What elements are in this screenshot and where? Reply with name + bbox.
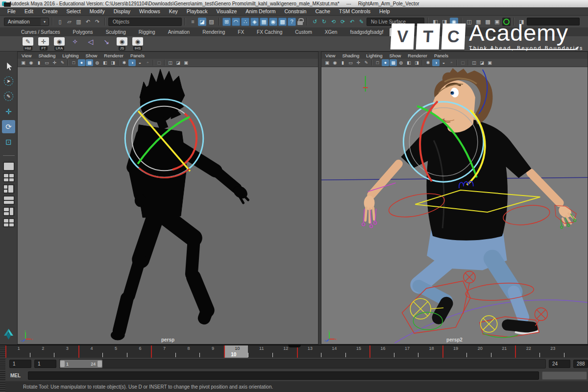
timeline-frame[interactable]: 14 14	[321, 345, 345, 358]
panel-menu-item[interactable]: Shading	[38, 53, 55, 58]
timeline-frame[interactable]: 2 2	[30, 345, 54, 358]
isolate-select-icon[interactable]: ▢	[155, 59, 163, 66]
menu-item[interactable]: Windows	[135, 8, 165, 14]
shelf-ihs-button[interactable]: ◉ IHS	[131, 37, 144, 50]
timeline-frame[interactable]: 7 7	[151, 345, 175, 358]
motion-blur-icon[interactable]: ◓	[448, 59, 455, 66]
panel-menu-item[interactable]: Lighting	[62, 53, 78, 58]
bookmark-icon[interactable]: ▮	[339, 59, 346, 66]
move-tool-button[interactable]: ✛	[2, 105, 15, 118]
range-slider-grip[interactable]	[0, 358, 5, 370]
pane-splitter-handle[interactable]	[288, 344, 301, 347]
xray-icon[interactable]: ◨	[413, 59, 420, 66]
shelf-tab[interactable]: Sculpting	[99, 28, 132, 36]
snap-curve-icon[interactable]: ◠	[232, 18, 240, 26]
scene-axis-control[interactable]	[363, 76, 368, 92]
menu-item[interactable]: Visualize	[212, 8, 241, 14]
camera-attributes-icon[interactable]: ◉	[331, 59, 339, 66]
menu-item[interactable]: Display	[109, 8, 135, 14]
shelf-tab[interactable]: Polygons	[66, 28, 99, 36]
image-plane-icon[interactable]: ▭	[347, 59, 354, 66]
range-slider-track[interactable]: 1 24	[59, 359, 546, 368]
camera-attributes-icon[interactable]: ◉	[27, 59, 35, 66]
timeline-frame[interactable]: 16 16	[369, 345, 394, 358]
use-all-lights-icon[interactable]: ✱	[424, 59, 432, 66]
layout-outliner-persp-button[interactable]	[3, 207, 15, 216]
shelf-ik-handle-button[interactable]: ◁	[84, 37, 97, 46]
menu-set-selector[interactable]: Animation ▾	[4, 18, 49, 26]
character-model[interactable]	[364, 68, 575, 334]
shelf-tab[interactable]: FX Caching	[250, 28, 289, 36]
selection-mask-field[interactable]: Objects	[108, 18, 182, 26]
undo-icon[interactable]: ↶	[84, 18, 92, 26]
make-live-icon[interactable]: ◉	[269, 18, 277, 26]
animation-end-field[interactable]: 288	[573, 360, 588, 368]
timeline-frame[interactable]: 1 1	[5, 345, 30, 358]
shelf-tab[interactable]: Curves / Surfaces	[15, 28, 66, 36]
time-slider[interactable]: 1 1 2 2 3 3 4 4 5	[0, 344, 588, 358]
textured-icon[interactable]: ▩	[390, 59, 397, 66]
menu-item[interactable]: TSM Controls	[335, 8, 375, 14]
range-start-handle[interactable]	[60, 361, 65, 367]
timeline-frame[interactable]: 17 17	[394, 345, 418, 358]
input-connections-icon[interactable]: ↺	[311, 18, 319, 26]
viewport-canvas[interactable]	[321, 67, 588, 344]
motion-blur-icon[interactable]: ◓	[144, 59, 151, 66]
menu-item[interactable]: Anim Deform	[241, 8, 280, 14]
playback-start-field[interactable]: 1	[34, 360, 56, 368]
pane-layout-single-icon[interactable]: ◫	[470, 59, 478, 66]
wireframe-icon[interactable]: □	[70, 59, 77, 66]
timeline-frame[interactable]: 20 20	[466, 345, 491, 358]
shelf-joint-tool-button[interactable]: ✧	[69, 37, 81, 46]
timeline-frame[interactable]: 22 22	[515, 345, 539, 358]
select-camera-icon[interactable]: ▣	[323, 59, 331, 66]
select-object-icon[interactable]: ◪	[198, 18, 206, 26]
smooth-shade-icon[interactable]: ●	[382, 59, 389, 66]
save-scene-icon[interactable]: ▥	[74, 18, 83, 26]
shelf-tab[interactable]: fsadgsdgfsadgf	[343, 28, 390, 36]
shelf-ft-button[interactable]: ✛ FT	[37, 37, 50, 50]
pane-layout-single-icon[interactable]: ◫	[167, 59, 174, 66]
select-camera-icon[interactable]: ▣	[20, 59, 27, 66]
command-line-grip[interactable]	[0, 370, 5, 381]
bookmark-icon[interactable]: ▮	[35, 59, 43, 66]
shelf-insert-joint-button[interactable]: ↘	[100, 37, 113, 46]
menu-item[interactable]: Help	[375, 8, 394, 14]
help-line-grip[interactable]	[0, 381, 5, 392]
list-input-operations-icon[interactable]: ↶	[348, 18, 356, 26]
select-hierarchy-icon[interactable]: ≡	[189, 18, 197, 26]
toolbar-separator[interactable]	[371, 60, 372, 66]
shelf-hist-button[interactable]: ✎ Hist	[22, 37, 34, 50]
grease-pencil-icon[interactable]: ✎	[59, 59, 66, 66]
time-slider-grip[interactable]	[0, 345, 5, 358]
default-material-icon[interactable]: ◧	[101, 59, 109, 66]
ambient-occlusion-icon[interactable]: ◒	[136, 59, 144, 66]
scale-tool-button[interactable]: ⊡	[2, 135, 15, 148]
heel-control-right[interactable]	[483, 333, 518, 338]
pane-layout-stacked-icon[interactable]: ◪	[174, 59, 182, 66]
pane-layout-quad-icon[interactable]: ▣	[486, 59, 493, 66]
two-d-pan-zoom-icon[interactable]: ✛	[355, 59, 362, 66]
viewport-persp2[interactable]: ViewShadingLightingShowRendererPanels ▣◉…	[321, 51, 588, 344]
snap-grid-icon[interactable]: ⊞	[222, 18, 231, 26]
viewport-persp[interactable]: ViewShadingLightingShowRendererPanels ▣◉…	[17, 51, 318, 344]
menu-item[interactable]: Select	[62, 8, 85, 14]
shelf-tab[interactable]: XGen	[318, 28, 344, 36]
pane-layout-stacked-icon[interactable]: ◪	[478, 59, 486, 66]
timeline-frame[interactable]: 18 18	[418, 345, 442, 358]
timeline-frame[interactable]: 5 5	[102, 345, 127, 358]
snap-together-icon[interactable]: ▩	[278, 18, 287, 26]
shelf-tab[interactable]: Rendering	[196, 28, 231, 36]
textured-icon[interactable]: ▩	[86, 59, 93, 66]
toolbar-separator[interactable]	[164, 60, 165, 66]
range-slider-bar[interactable]: 1 24	[60, 360, 102, 368]
snap-projected-center-icon[interactable]: ◈	[250, 18, 259, 26]
toolbar-separator[interactable]	[68, 60, 69, 66]
panel-menu-item[interactable]: Shading	[342, 53, 359, 58]
menu-item[interactable]: Edit	[20, 8, 38, 14]
timeline-frame[interactable]	[564, 345, 588, 358]
timeline-frame[interactable]: 23 23	[539, 345, 564, 358]
shadows-icon[interactable]: ◑	[128, 59, 136, 66]
new-scene-icon[interactable]: ▯	[56, 18, 64, 26]
menu-item[interactable]: Cache	[311, 8, 334, 14]
